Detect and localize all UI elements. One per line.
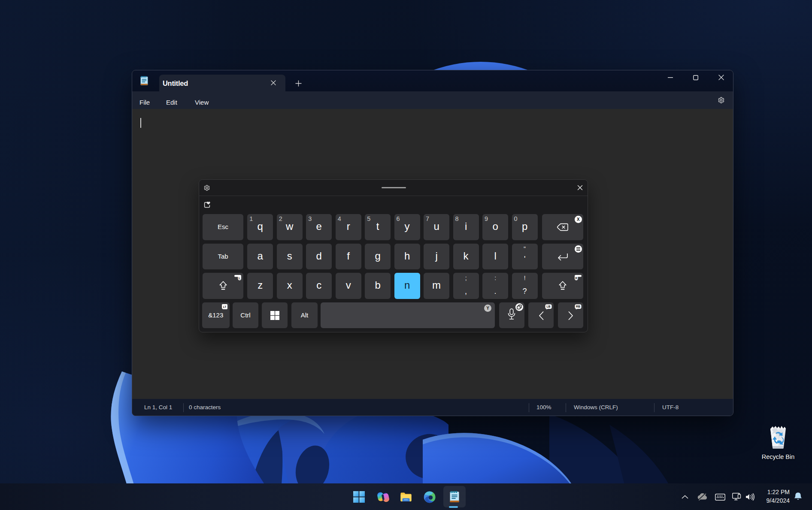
svg-text:R: R (575, 277, 577, 280)
svg-text:L: L (239, 277, 241, 280)
svg-text:RB: RB (576, 305, 580, 308)
svg-text:LT: LT (223, 305, 226, 308)
svg-text:LB: LB (546, 305, 550, 308)
